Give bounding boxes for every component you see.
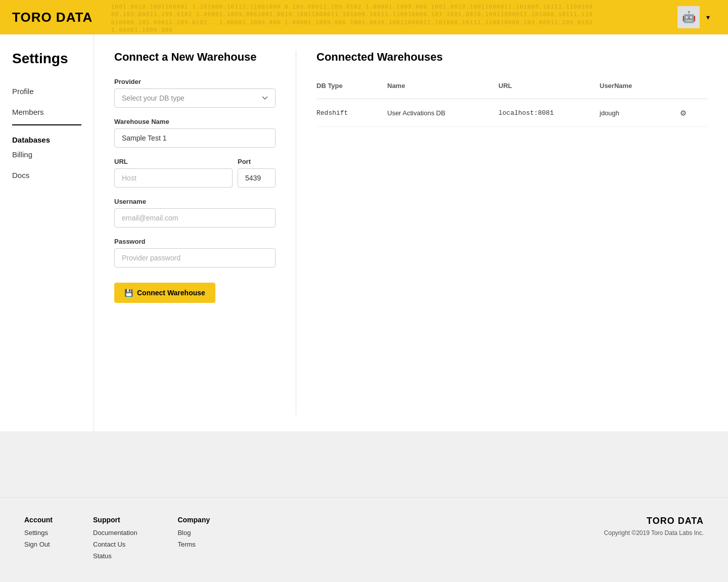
main-content: Settings Profile Members Databases Billi…: [0, 34, 728, 431]
footer-account-title: Account: [24, 516, 53, 524]
gear-icon[interactable]: ⚙: [680, 108, 686, 118]
sidebar-item-members[interactable]: Members: [12, 102, 81, 122]
warehouses-table: DB Type Name URL UserName Redshift User …: [316, 78, 708, 127]
settings-title: Settings: [12, 51, 81, 67]
gray-spacer: [0, 431, 728, 497]
connect-warehouse-button[interactable]: 💾 Connect Warehouse: [114, 283, 215, 303]
user-menu[interactable]: 🤖 ▾: [677, 6, 716, 28]
binary-background: 1001.0010.1001100001 1.101000.10111.1100…: [0, 0, 728, 34]
footer-support-title: Support: [93, 516, 137, 524]
port-input[interactable]: [238, 168, 276, 188]
footer-account-col: Account Settings Sign Out: [24, 516, 53, 564]
footer-company-col: Company Blog Terms: [177, 516, 210, 564]
table-header-row: DB Type Name URL UserName: [316, 78, 708, 99]
col-header-db-type: DB Type: [316, 78, 387, 94]
provider-select[interactable]: Select your DB type Redshift Snowflake B…: [114, 88, 276, 108]
provider-label: Provider: [114, 78, 276, 85]
port-group: Port: [238, 158, 276, 188]
sidebar-item-profile[interactable]: Profile: [12, 81, 81, 102]
footer-inner: Account Settings Sign Out Support Docume…: [24, 516, 704, 564]
content-area: Connect a New Warehouse Provider Select …: [94, 34, 728, 431]
password-group: Password: [114, 238, 276, 267]
footer-blog-link[interactable]: Blog: [177, 529, 210, 536]
password-label: Password: [114, 238, 276, 245]
cell-url: localhost:8081: [498, 101, 600, 125]
warehouse-name-label: Warehouse Name: [114, 118, 276, 125]
footer-documentation-link[interactable]: Documentation: [93, 529, 137, 536]
connect-warehouse-section: Connect a New Warehouse Provider Select …: [94, 51, 296, 415]
chevron-down-icon: ▾: [700, 6, 716, 28]
cell-name: User Activations DB: [387, 101, 498, 125]
footer-signout-link[interactable]: Sign Out: [24, 541, 53, 548]
col-header-actions: [680, 78, 701, 94]
footer-logo: TORO DATA: [604, 516, 704, 526]
col-header-username: UserName: [600, 78, 680, 94]
username-label: Username: [114, 198, 276, 205]
footer-columns: Account Settings Sign Out Support Docume…: [24, 516, 210, 564]
table-row: Redshift User Activations DB localhost:8…: [316, 99, 708, 127]
header: 1001.0010.1001100001 1.101000.10111.1100…: [0, 0, 728, 34]
footer-brand: TORO DATA Copyright ©2019 Toro Data Labs…: [604, 516, 704, 536]
logo: TORO DATA: [12, 10, 93, 25]
cell-db-type: Redshift: [316, 101, 387, 125]
row-settings-button[interactable]: ⚙: [680, 99, 701, 126]
footer: Account Settings Sign Out Support Docume…: [0, 497, 728, 582]
username-group: Username: [114, 198, 276, 228]
sidebar-item-docs[interactable]: Docs: [12, 165, 81, 186]
connected-warehouses-title: Connected Warehouses: [316, 51, 708, 64]
sidebar-divider: [12, 124, 81, 125]
footer-contact-link[interactable]: Contact Us: [93, 541, 137, 548]
url-input[interactable]: [114, 168, 233, 188]
sidebar-section-databases: Databases: [12, 129, 81, 144]
warehouse-name-group: Warehouse Name: [114, 118, 276, 148]
cell-username: jdough: [600, 101, 680, 125]
url-port-group: URL Port: [114, 158, 276, 188]
provider-group: Provider Select your DB type Redshift Sn…: [114, 78, 276, 108]
footer-copyright: Copyright ©2019 Toro Data Labs Inc.: [604, 529, 704, 536]
footer-settings-link[interactable]: Settings: [24, 529, 53, 536]
connect-button-label: Connect Warehouse: [137, 289, 205, 297]
footer-support-col: Support Documentation Contact Us Status: [93, 516, 137, 564]
sidebar-item-billing[interactable]: Billing: [12, 144, 81, 165]
footer-status-link[interactable]: Status: [93, 552, 137, 560]
warehouse-name-input[interactable]: [114, 128, 276, 148]
footer-company-title: Company: [177, 516, 210, 524]
password-input[interactable]: [114, 248, 276, 267]
connect-section-title: Connect a New Warehouse: [114, 51, 276, 64]
database-icon: 💾: [124, 289, 133, 297]
sidebar: Settings Profile Members Databases Billi…: [0, 34, 94, 431]
avatar: 🤖: [677, 6, 700, 28]
username-input[interactable]: [114, 208, 276, 228]
url-group: URL: [114, 158, 233, 188]
footer-terms-link[interactable]: Terms: [177, 541, 210, 548]
col-header-name: Name: [387, 78, 498, 94]
url-label: URL: [114, 158, 233, 165]
port-label: Port: [238, 158, 276, 165]
col-header-url: URL: [498, 78, 600, 94]
connected-warehouses-section: Connected Warehouses DB Type Name URL Us…: [296, 51, 728, 415]
